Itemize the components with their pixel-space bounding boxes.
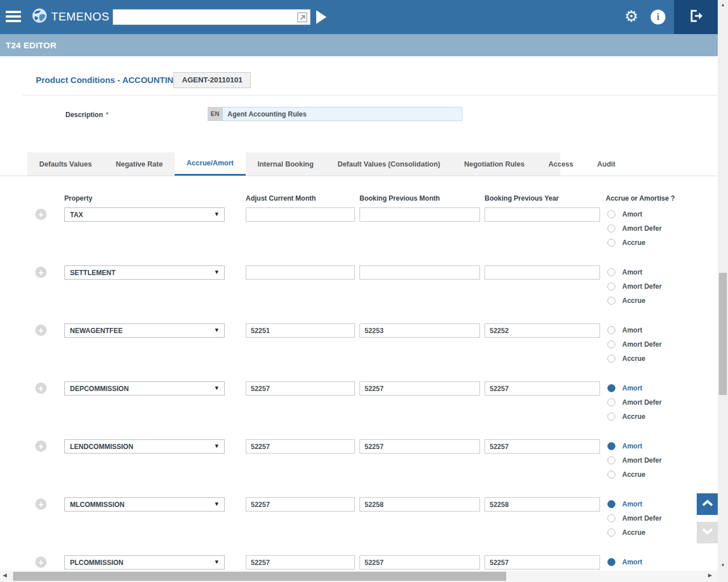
add-value-button[interactable]: +: [35, 209, 47, 220]
booking-previous-month-input[interactable]: [359, 381, 480, 396]
booking-previous-year-input[interactable]: [485, 497, 600, 512]
tab-accrue-amort[interactable]: Accrue/Amort: [175, 152, 246, 176]
booking-previous-month-input[interactable]: [359, 323, 480, 338]
command-search-input[interactable]: [113, 10, 310, 24]
add-value-button[interactable]: +: [35, 325, 47, 336]
radio-accrue[interactable]: Accrue: [607, 413, 646, 421]
radio-amort[interactable]: Amort: [607, 268, 642, 276]
booking-previous-month-input[interactable]: [359, 439, 480, 454]
hamburger-menu-icon[interactable]: [6, 11, 21, 23]
property-select[interactable]: DEPCOMMISSION▼: [64, 381, 225, 396]
booking-previous-year-input[interactable]: [485, 323, 600, 338]
scrollbar-left-arrow-icon[interactable]: ◀: [3, 572, 7, 578]
radio-label: Amort Defer: [622, 456, 661, 464]
tab-defaults-values[interactable]: Defaults Values: [27, 152, 104, 176]
radio-amort[interactable]: Amort: [607, 442, 642, 450]
radio-accrue[interactable]: Accrue: [607, 471, 646, 479]
property-select[interactable]: NEWAGENTFEE▼: [64, 323, 225, 338]
run-command-icon[interactable]: [316, 10, 326, 24]
settings-gear-icon[interactable]: ⚙: [624, 8, 638, 25]
radio-amort[interactable]: Amort: [607, 500, 642, 508]
scroll-to-top-button[interactable]: [697, 493, 718, 515]
required-marker: *: [106, 111, 109, 119]
booking-previous-year-input[interactable]: [485, 439, 600, 454]
property-select[interactable]: SETTLEMENT▼: [64, 265, 225, 280]
booking-previous-month-input[interactable]: [359, 265, 480, 280]
radio-accrue[interactable]: Accrue: [607, 239, 646, 247]
radio-amort[interactable]: Amort: [607, 558, 642, 566]
booking-previous-month-input[interactable]: [359, 207, 480, 222]
globe-icon: [32, 8, 47, 26]
add-value-button[interactable]: +: [35, 440, 47, 452]
booking-previous-year-input[interactable]: [485, 555, 600, 569]
horizontal-scrollbar[interactable]: ◀ ▶: [0, 571, 718, 582]
adjust-current-month-input[interactable]: [246, 497, 355, 512]
radio-amort-defer[interactable]: Amort Defer: [607, 514, 661, 522]
radio-amort-defer[interactable]: Amort Defer: [607, 282, 661, 290]
booking-previous-year-input[interactable]: [485, 381, 600, 396]
column-header-accrue-or-amortise: Accrue or Amortise ?: [606, 194, 675, 202]
radio-dot-icon: [607, 384, 615, 392]
radio-amort[interactable]: Amort: [607, 210, 642, 218]
tab-access[interactable]: Access: [536, 152, 585, 176]
adjust-current-month-input[interactable]: [246, 207, 355, 222]
scrollbar-right-arrow-icon[interactable]: ▶: [708, 572, 712, 578]
adjust-current-month-input[interactable]: [246, 323, 355, 338]
scrollbar-up-arrow-icon[interactable]: ▲: [718, 2, 728, 7]
scroll-to-bottom-button[interactable]: [697, 522, 718, 543]
radio-amort[interactable]: Amort: [607, 326, 642, 334]
property-select[interactable]: PLCOMMISSION▼: [64, 555, 225, 569]
booking-previous-year-input[interactable]: [485, 265, 600, 280]
radio-dot-icon: [607, 529, 615, 537]
language-tag: EN: [208, 107, 222, 121]
radio-accrue[interactable]: Accrue: [607, 297, 646, 305]
add-value-button[interactable]: +: [35, 383, 47, 394]
radio-accrue[interactable]: Accrue: [607, 529, 646, 537]
dropdown-arrow-icon: ▼: [214, 327, 220, 333]
radio-amort-defer[interactable]: Amort Defer: [607, 398, 661, 406]
table-row: +MLCOMMISSION▼AmortAmort DeferAccrue: [0, 497, 718, 555]
add-value-button[interactable]: +: [35, 498, 47, 510]
app-banner: T24 EDITOR: [0, 34, 718, 56]
chevron-up-icon: [701, 499, 714, 509]
radio-dot-icon: [607, 282, 615, 290]
radio-amort-defer[interactable]: Amort Defer: [607, 225, 661, 232]
booking-previous-month-input[interactable]: [359, 555, 480, 569]
radio-amort[interactable]: Amort: [607, 384, 642, 392]
tab-internal-booking[interactable]: Internal Booking: [246, 152, 326, 176]
radio-label: Amort Defer: [622, 225, 661, 232]
property-select[interactable]: TAX▼: [64, 207, 225, 222]
horizontal-scrollbar-thumb[interactable]: [13, 572, 506, 581]
adjust-current-month-input[interactable]: [246, 265, 355, 280]
logout-button[interactable]: [674, 0, 718, 34]
table-row: +DEPCOMMISSION▼AmortAmort DeferAccrue: [0, 381, 718, 439]
booking-previous-month-input[interactable]: [359, 497, 480, 512]
tab-bar-underline: [0, 176, 718, 176]
radio-amort-defer[interactable]: Amort Defer: [607, 340, 661, 348]
radio-dot-icon: [607, 558, 615, 566]
radio-accrue[interactable]: Accrue: [607, 355, 646, 363]
adjust-current-month-input[interactable]: [246, 439, 355, 454]
goto-arrow-icon[interactable]: [297, 13, 307, 22]
dropdown-arrow-icon: ▼: [214, 443, 220, 449]
booking-previous-year-input[interactable]: [485, 207, 600, 222]
info-icon[interactable]: i: [651, 10, 665, 24]
add-value-button[interactable]: +: [35, 267, 47, 278]
description-input[interactable]: [222, 107, 462, 121]
adjust-current-month-input[interactable]: [246, 555, 355, 569]
vertical-scrollbar[interactable]: ▲ ▼: [718, 0, 728, 582]
record-id-badge: AGENT-20110101: [173, 72, 251, 88]
radio-amort-defer[interactable]: Amort Defer: [607, 456, 661, 464]
radio-dot-icon: [607, 471, 615, 479]
adjust-current-month-input[interactable]: [246, 381, 355, 396]
tab-negative-rate[interactable]: Negative Rate: [104, 152, 175, 176]
property-select[interactable]: MLCOMMISSION▼: [64, 497, 225, 512]
property-select[interactable]: LENDCOMMISSION▼: [64, 439, 225, 454]
radio-label: Amort: [622, 384, 642, 392]
tab-negotiation-rules[interactable]: Negotiation Rules: [452, 152, 536, 176]
scrollbar-down-arrow-icon[interactable]: ▼: [718, 563, 728, 568]
tab-audit[interactable]: Audit: [585, 152, 627, 176]
tab-default-values-consolidation[interactable]: Default Values (Consolidation): [325, 152, 452, 176]
add-value-button[interactable]: +: [35, 556, 47, 568]
vertical-scrollbar-thumb[interactable]: [719, 273, 727, 395]
